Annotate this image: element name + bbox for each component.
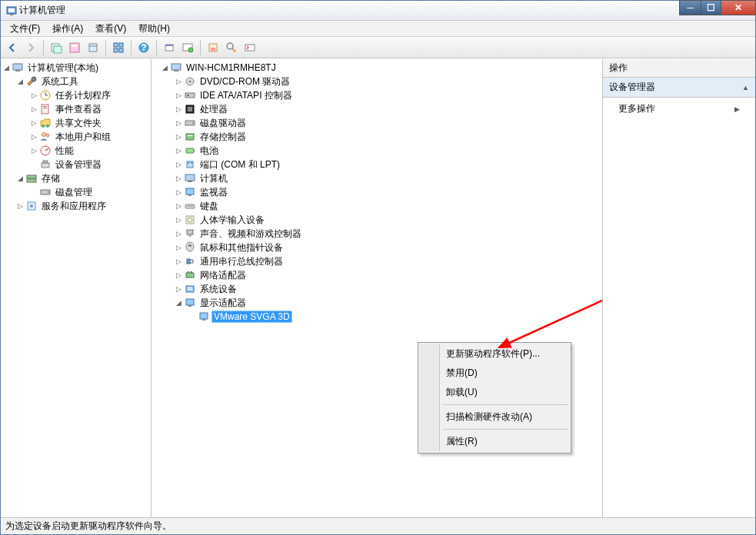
expander-icon[interactable]: ◢	[173, 297, 184, 308]
navigation-tree[interactable]: ◢ 计算机管理(本地) ◢ 系统工具	[1, 61, 151, 213]
help-button[interactable]: ?	[135, 39, 152, 56]
tool-btn-6[interactable]	[179, 39, 196, 56]
tree-label: 共享文件夹	[53, 116, 104, 131]
context-menu-item[interactable]: 卸载(U)	[420, 383, 569, 402]
device-category[interactable]: ▷声音、视频和游戏控制器	[159, 227, 602, 241]
expander-icon[interactable]: ▷	[173, 256, 184, 267]
context-menu-item[interactable]: 更新驱动程序软件(P)...	[420, 344, 569, 364]
actions-section[interactable]: 设备管理器 ▲	[603, 78, 755, 98]
tool-btn-3[interactable]	[85, 39, 102, 56]
tree-node-performance[interactable]: ▷性能	[1, 144, 151, 158]
menu-action[interactable]: 操作(A)	[46, 21, 89, 37]
svg-point-64	[191, 162, 192, 164]
expander-icon[interactable]: ▷	[173, 201, 184, 211]
expander-icon[interactable]: ▷	[173, 242, 184, 253]
maximize-button[interactable]: ☐	[701, 0, 721, 15]
tool-btn-1[interactable]	[48, 39, 65, 56]
device-category[interactable]: ▷存储控制器	[159, 130, 602, 144]
device-root[interactable]: ◢ WIN-HCM1RMHE8TJ	[159, 61, 602, 75]
tree-label: 磁盘管理	[53, 185, 95, 200]
device-category[interactable]: ▷计算机	[159, 171, 602, 185]
device-tree[interactable]: ◢ WIN-HCM1RMHE8TJ ▷DVD/CD-ROM 驱动器▷IDE AT…	[152, 61, 602, 324]
expander-icon[interactable]: ▷	[173, 228, 184, 239]
device-category[interactable]: ▷DVD/CD-ROM 驱动器	[159, 75, 602, 88]
tree-node-disk-management[interactable]: ▷磁盘管理	[1, 185, 151, 199]
tree-node-services[interactable]: ▷ 服务和应用程序	[1, 199, 151, 213]
expander-icon[interactable]: ▷	[28, 118, 39, 128]
device-category[interactable]: ▷处理器	[159, 102, 602, 116]
expander-icon[interactable]: ▷	[173, 131, 184, 142]
device-category[interactable]: ▷IDE ATA/ATAPI 控制器	[159, 88, 602, 102]
svg-rect-76	[187, 259, 190, 264]
tool-btn-9[interactable]	[241, 39, 258, 56]
tree-node-task-scheduler[interactable]: ▷任务计划程序	[1, 88, 151, 102]
svg-rect-73	[187, 230, 193, 234]
svg-rect-62	[187, 161, 193, 168]
tree-node-system-tools[interactable]: ◢ 系统工具	[1, 75, 151, 88]
expander-icon[interactable]: ▷	[173, 159, 184, 170]
expander-icon[interactable]: ▷	[28, 145, 39, 156]
back-button[interactable]	[4, 39, 21, 56]
expander-icon[interactable]: ▷	[173, 187, 184, 198]
expander-icon[interactable]: ▷	[173, 118, 184, 128]
tool-btn-5[interactable]	[161, 39, 178, 56]
tree-node-event-viewer[interactable]: ▷事件查看器	[1, 102, 151, 116]
device-category[interactable]: ◢显示适配器	[159, 296, 602, 310]
expander-icon[interactable]: ▷	[173, 104, 184, 115]
device-category[interactable]: ▷通用串行总线控制器	[159, 254, 602, 268]
tree-node-local-users[interactable]: ▷本地用户和组	[1, 130, 151, 144]
device-category[interactable]: ▷系统设备	[159, 282, 602, 296]
device-category[interactable]: ▷人体学输入设备	[159, 213, 602, 227]
expander-icon[interactable]: ▷	[28, 90, 39, 101]
expander-icon[interactable]: ▷	[173, 173, 184, 184]
device-category[interactable]: ▷键盘	[159, 199, 602, 213]
tree-node-device-manager[interactable]: ▷设备管理器	[1, 158, 151, 171]
device-icon	[184, 283, 196, 295]
svg-rect-60	[186, 148, 194, 153]
menu-help[interactable]: 帮助(H)	[132, 21, 176, 37]
expander-icon[interactable]: ▷	[173, 214, 184, 225]
device-category[interactable]: ▷端口 (COM 和 LPT)	[159, 158, 602, 171]
svg-rect-33	[43, 108, 47, 108]
device-category[interactable]: ▷电池	[159, 144, 602, 158]
expander-icon[interactable]: ◢	[159, 62, 170, 73]
svg-rect-31	[42, 105, 48, 114]
tree-node-root[interactable]: ◢ 计算机管理(本地)	[1, 61, 151, 75]
tool-btn-7[interactable]	[205, 39, 221, 56]
tool-btn-8[interactable]	[223, 39, 240, 56]
device-category[interactable]: ▷鼠标和其他指针设备	[159, 241, 602, 254]
expander-icon[interactable]: ▷	[173, 284, 184, 294]
device-category[interactable]: ▷监视器	[159, 185, 602, 199]
minimize-button[interactable]: ─	[679, 0, 701, 15]
context-menu-item[interactable]: 禁用(D)	[420, 364, 569, 383]
action-more[interactable]: 更多操作 ▶	[603, 98, 755, 120]
device-category[interactable]: ▷磁盘驱动器	[159, 116, 602, 130]
svg-rect-16	[165, 45, 173, 46]
close-button[interactable]: ✕	[721, 0, 756, 15]
expander-icon[interactable]: ▷	[173, 145, 184, 156]
expander-icon[interactable]: ▷	[28, 131, 39, 142]
svg-rect-4	[54, 46, 62, 53]
expander-icon[interactable]: ▷	[28, 104, 39, 115]
context-menu-item[interactable]: 属性(R)	[420, 432, 569, 451]
device-item[interactable]: ▷VMware SVGA 3D	[159, 310, 602, 324]
tree-node-shared-folders[interactable]: ▷共享文件夹	[1, 116, 151, 130]
menu-file[interactable]: 文件(F)	[4, 21, 46, 37]
expander-icon[interactable]: ▷	[173, 90, 184, 101]
tool-btn-4[interactable]	[110, 39, 127, 56]
device-icon	[39, 158, 52, 171]
tool-btn-2[interactable]	[66, 39, 83, 56]
expander-icon[interactable]: ▷	[173, 76, 184, 87]
context-menu-item[interactable]: 扫描检测硬件改动(A)	[420, 407, 569, 427]
clock-icon	[39, 89, 52, 101]
forward-button[interactable]	[22, 39, 39, 56]
expander-icon[interactable]: ◢	[15, 76, 25, 87]
expander-icon[interactable]: ▷	[15, 201, 25, 211]
svg-point-57	[192, 122, 194, 124]
expander-icon[interactable]: ▷	[173, 270, 184, 281]
menu-view[interactable]: 查看(V)	[89, 21, 132, 37]
device-category[interactable]: ▷网络适配器	[159, 268, 602, 282]
expander-icon[interactable]: ◢	[15, 173, 25, 184]
expander-icon[interactable]: ◢	[1, 62, 12, 73]
tree-node-storage[interactable]: ◢ 存储	[1, 171, 151, 185]
